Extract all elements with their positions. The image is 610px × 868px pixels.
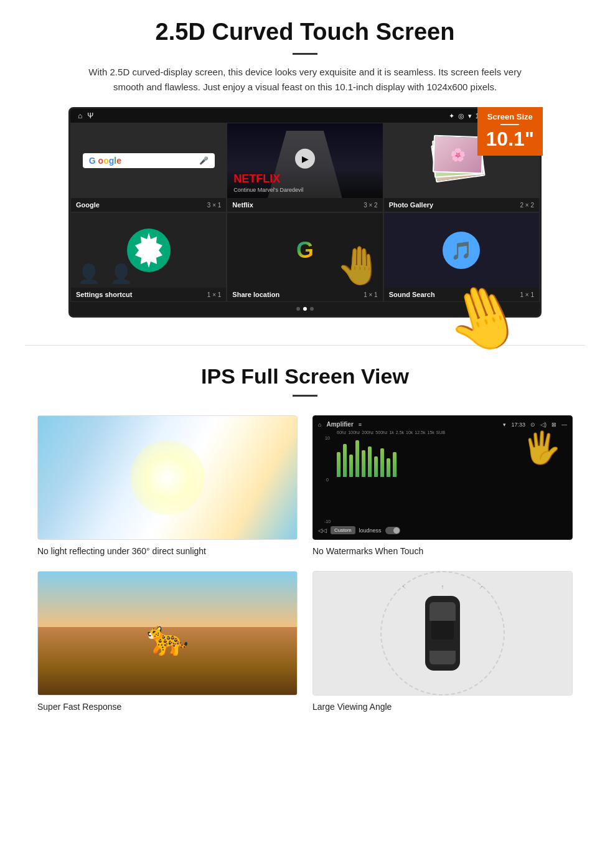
status-bar: ⌂ Ψ ✦ ◎ ▾ 15:06 ⊙ ◁) ⊠ ▭	[70, 109, 540, 123]
share-location-app-name: Share location	[232, 291, 279, 298]
title-underline	[293, 53, 317, 55]
google-app-size: 3 × 1	[207, 202, 222, 209]
eq-bar-3	[349, 455, 353, 477]
sunlight-image	[37, 415, 298, 540]
dot-3	[310, 307, 314, 311]
app-cell-netflix[interactable]: ▶ NETFLIX Continue Marvel's Daredevil Ne…	[227, 123, 383, 212]
settings-app-name: Settings shortcut	[76, 291, 132, 298]
wifi-icon: ▾	[468, 112, 472, 120]
settings-icon-bg	[127, 229, 171, 272]
maps-g-wrapper: G	[296, 237, 314, 263]
gallery-label-row: Photo Gallery 2 × 2	[384, 198, 539, 212]
netflix-logo: NETFLIX	[233, 172, 280, 186]
location-icon: ◎	[458, 112, 464, 120]
app-grid-row2: 👤 👤 Settings shortcut 1 × 1 G	[70, 212, 540, 302]
share-location-app-size: 1 × 1	[364, 291, 378, 298]
settings-gear-icon	[130, 232, 167, 269]
car-image-wrapper: ↑ ↑ ↑	[312, 571, 573, 696]
home-icon-amp: ⌂	[318, 422, 321, 428]
wifi-amp-icon: ▾	[503, 422, 506, 428]
sound-search-app-name: Sound Search	[389, 291, 435, 298]
bat-icon-amp: —	[561, 422, 567, 428]
features-grid: No light reflecting under 360° direct su…	[37, 415, 573, 712]
device-mockup: Screen Size 10.1" ⌂ Ψ ✦ ◎ ▾ 15:06 ⊙ ◁) ⊠	[68, 107, 542, 318]
share-thumb: G 🤚	[227, 213, 382, 288]
eq-bar-5	[362, 450, 365, 477]
section2-title: IPS Full Screen View	[37, 364, 573, 389]
usb-icon: Ψ	[87, 111, 93, 120]
cheetah-image: 🐆	[37, 571, 298, 696]
custom-button[interactable]: Custom	[331, 526, 355, 534]
cam-icon-amp: ⊙	[530, 422, 535, 428]
gallery-app-name: Photo Gallery	[389, 201, 434, 209]
loudness-toggle[interactable]	[385, 527, 400, 534]
angle-arrow-top: ↑	[441, 583, 444, 590]
feature-cheetah: 🐆 Super Fast Response	[37, 571, 298, 712]
gallery-app-size: 2 × 2	[520, 202, 534, 209]
netflix-app-name: Netflix	[232, 201, 253, 209]
amplifier-image: ⌂ Amplifier ≡ ▾ 17:33 ⊙ ◁) ⊠ — 60hz100hz…	[312, 415, 573, 540]
screen-size-badge: Screen Size 10.1"	[477, 107, 543, 156]
netflix-play-button[interactable]: ▶	[295, 149, 315, 169]
google-label-row: Google 3 × 1	[71, 198, 226, 212]
hand-gesture-icon: 🤚	[336, 243, 383, 288]
dot-1	[296, 307, 300, 311]
netflix-app-size: 3 × 2	[364, 202, 378, 209]
amp-menu-icon: ≡	[359, 422, 362, 428]
touch-hand-icon: 🖐	[522, 430, 561, 466]
amp-time: 17:33	[511, 422, 525, 428]
pagination-dots	[70, 302, 540, 316]
app-grid-row1: G o o g l e 🎤 Google 3 × 1	[70, 123, 540, 212]
ghost-icons: 👤 👤	[77, 263, 133, 285]
sunlight-bg	[38, 416, 297, 539]
app-cell-settings[interactable]: 👤 👤 Settings shortcut 1 × 1	[70, 212, 227, 302]
settings-app-size: 1 × 1	[207, 291, 222, 298]
eq-bar-10	[393, 452, 396, 477]
netflix-thumb: ▶ NETFLIX Continue Marvel's Daredevil	[227, 123, 382, 198]
screen-size-value: 10.1"	[486, 128, 534, 151]
photo-card-3: 🌸	[433, 135, 484, 174]
loudness-label: loudness	[359, 527, 382, 534]
home-icon: ⌂	[78, 111, 82, 120]
eq-bar-9	[387, 458, 390, 477]
bluetooth-icon: ✦	[449, 112, 454, 120]
settings-thumb: 👤 👤	[71, 213, 226, 288]
google-search-bar[interactable]: G o o g l e 🎤	[83, 153, 215, 168]
google-thumb: G o o g l e 🎤	[71, 123, 226, 198]
car-body	[425, 596, 460, 671]
sound-search-app-size: 1 × 1	[520, 291, 534, 298]
car-windshield-top	[429, 602, 456, 621]
x-icon-amp: ⊠	[551, 422, 556, 428]
feature-car: ↑ ↑ ↑ Large Viewing Angle	[312, 571, 573, 712]
app-cell-sound-search[interactable]: 🎵 Sound Search 1 × 1	[383, 212, 540, 302]
sound-search-label-row: Sound Search 1 × 1	[384, 288, 539, 301]
settings-label-row: Settings shortcut 1 × 1	[71, 288, 226, 301]
feature-sunlight: No light reflecting under 360° direct su…	[37, 415, 298, 556]
amplifier-caption: No Watermarks When Touch	[312, 546, 573, 556]
section-divider	[25, 345, 585, 346]
section1-description: With 2.5D curved-display screen, this de…	[87, 65, 523, 95]
eq-bar-2	[343, 444, 347, 477]
eq-bar-1	[337, 452, 340, 477]
prev-icon: ◁◁	[318, 527, 327, 534]
sunlight-caption: No light reflecting under 360° direct su…	[37, 546, 298, 556]
app-cell-google[interactable]: G o o g l e 🎤 Google 3 × 1	[70, 123, 227, 212]
app-cell-share-location[interactable]: G 🤚 Share location 1 × 1	[227, 212, 383, 302]
maps-g-icon: G	[296, 237, 314, 263]
dot-2	[303, 307, 307, 311]
cheetah-emoji: 🐆	[146, 618, 189, 658]
screen-size-label: Screen Size	[486, 112, 534, 121]
section-curved-screen: 2.5D Curved Touch Screen With 2.5D curve…	[0, 0, 610, 326]
section1-title: 2.5D Curved Touch Screen	[37, 19, 573, 45]
car-caption: Large Viewing Angle	[312, 702, 573, 712]
sun-glow	[130, 440, 205, 515]
sound-search-icon: 🎵	[443, 232, 480, 269]
cheetah-image-wrapper: 🐆	[37, 571, 298, 696]
car-image: ↑ ↑ ↑	[312, 571, 573, 696]
google-app-name: Google	[76, 201, 100, 209]
eq-section: 100-10	[318, 436, 567, 524]
feature-amplifier: ⌂ Amplifier ≡ ▾ 17:33 ⊙ ◁) ⊠ — 60hz100hz…	[312, 415, 573, 556]
statusbar-left: ⌂ Ψ	[78, 111, 93, 120]
badge-underline	[500, 124, 519, 125]
mic-icon: 🎤	[199, 156, 209, 165]
